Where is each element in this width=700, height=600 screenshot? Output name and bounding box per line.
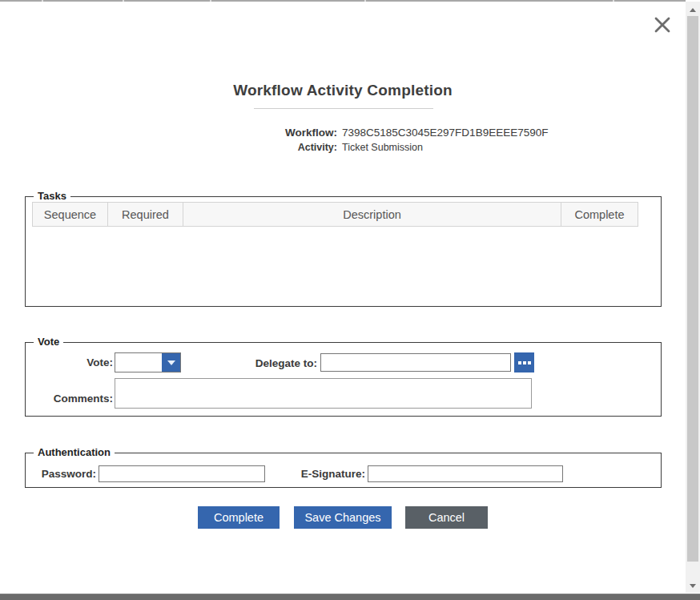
- delegate-input[interactable]: [320, 353, 511, 372]
- vote-label: Vote:: [26, 356, 113, 368]
- vertical-scrollbar[interactable]: [686, 2, 700, 593]
- tasks-fieldset: Tasks Sequence Required Description Comp…: [25, 196, 662, 307]
- authentication-legend: Authentication: [34, 446, 115, 458]
- activity-name: Ticket Submission: [342, 140, 423, 155]
- scroll-up-icon[interactable]: [690, 8, 696, 12]
- cancel-button[interactable]: Cancel: [405, 506, 488, 529]
- scroll-down-icon[interactable]: [690, 584, 696, 588]
- close-icon: [653, 15, 672, 34]
- bottom-window-edge: [0, 594, 700, 600]
- ellipsis-icon: [518, 361, 531, 364]
- workflow-label: Workflow:: [0, 126, 337, 140]
- workflow-row: Workflow: 7398C5185C3045E297FD1B9EEEE759…: [0, 126, 686, 140]
- vote-fieldset: Vote Vote: Delegate to: Comments:: [25, 342, 662, 417]
- page-title: Workflow Activity Completion: [0, 82, 686, 99]
- complete-button[interactable]: Complete: [198, 506, 280, 529]
- password-field[interactable]: [99, 465, 265, 482]
- action-buttons: Complete Save Changes Cancel: [0, 506, 686, 529]
- comments-label: Comments:: [26, 393, 113, 405]
- vote-dropdown-button[interactable]: [162, 353, 180, 372]
- delegate-label: Delegate to:: [227, 357, 317, 369]
- scrollbar-thumb[interactable]: [687, 16, 698, 562]
- workflow-info: Workflow: 7398C5185C3045E297FD1B9EEEE759…: [0, 126, 686, 155]
- workflow-id: 7398C5185C3045E297FD1B9EEEE7590F: [342, 126, 548, 140]
- column-header-complete: Complete: [561, 203, 638, 226]
- column-header-sequence: Sequence: [33, 203, 108, 226]
- activity-label: Activity:: [0, 140, 337, 155]
- vote-legend: Vote: [34, 336, 63, 348]
- vote-dropdown[interactable]: [115, 352, 181, 372]
- authentication-fieldset: Authentication Password: E-Signature:: [25, 453, 662, 488]
- workflow-completion-dialog: Workflow Activity Completion Workflow: 7…: [0, 0, 700, 600]
- activity-row: Activity: Ticket Submission: [0, 140, 686, 155]
- delegate-lookup-button[interactable]: [514, 352, 534, 372]
- tasks-table-header: Sequence Required Description Complete: [32, 202, 638, 227]
- column-header-description: Description: [183, 203, 561, 226]
- comments-textarea[interactable]: [115, 378, 532, 409]
- save-changes-button[interactable]: Save Changes: [294, 506, 392, 529]
- tasks-legend: Tasks: [34, 190, 70, 202]
- password-label: Password:: [26, 468, 96, 480]
- chevron-down-icon: [167, 360, 175, 365]
- esignature-label: E-Signature:: [276, 468, 365, 480]
- title-divider: [254, 108, 433, 109]
- esignature-field[interactable]: [368, 465, 563, 482]
- browser-top-edge: [0, 0, 686, 2]
- close-button[interactable]: [653, 15, 672, 34]
- column-header-required: Required: [108, 203, 183, 226]
